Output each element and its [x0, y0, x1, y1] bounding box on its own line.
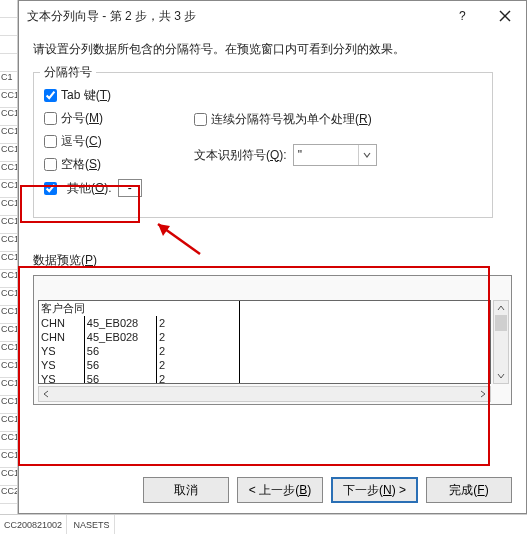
- preview-cell: 2: [157, 330, 239, 344]
- preview-cell: YS: [39, 344, 84, 358]
- delimiter-tab-row[interactable]: Tab 键(T): [44, 87, 482, 104]
- table-row: YS562: [39, 372, 239, 384]
- delimiters-right-column: 连续分隔符号视为单个处理(R) 文本识别符号(Q): ": [194, 105, 494, 166]
- titlebar: 文本分列向导 - 第 2 步，共 3 步 ?: [19, 1, 526, 31]
- delimiter-semicolon-label: 分号(M): [61, 110, 103, 127]
- preview-cell: YS: [39, 358, 84, 372]
- bg-cell: CC1: [0, 90, 17, 108]
- table-row: YS562: [39, 358, 239, 372]
- preview-cell: 2: [157, 316, 239, 330]
- bg-cell: CC2: [0, 486, 17, 504]
- bg-cell: CC1: [0, 378, 17, 396]
- delimiter-other-label: 其他(O):: [67, 180, 112, 197]
- consecutive-delimiters-checkbox[interactable]: [194, 113, 207, 126]
- delimiter-space-checkbox[interactable]: [44, 158, 57, 171]
- delimiter-semicolon-checkbox[interactable]: [44, 112, 57, 125]
- bg-cell: CC1: [0, 144, 17, 162]
- finish-button[interactable]: 完成(F): [426, 477, 512, 503]
- delimiter-tab-checkbox[interactable]: [44, 89, 57, 102]
- dialog-title: 文本分列向导 - 第 2 步，共 3 步: [27, 8, 442, 25]
- consecutive-delimiters-row[interactable]: 连续分隔符号视为单个处理(R): [194, 111, 494, 128]
- bg-cell: [0, 18, 17, 36]
- bg-cell: [0, 54, 17, 72]
- text-qualifier-value: ": [298, 148, 302, 162]
- preview-box: 客户合同CHN45_EB0282CHN45_EB0282YS562YS562YS…: [33, 275, 512, 405]
- preview-cell: CHN: [39, 330, 84, 344]
- text-qualifier-row: 文本识别符号(Q): ": [194, 144, 494, 166]
- preview-cell: 2: [157, 358, 239, 372]
- delimiter-other-checkbox[interactable]: [44, 182, 57, 195]
- bg-cell: CC1: [0, 468, 17, 486]
- delimiter-comma-checkbox[interactable]: [44, 135, 57, 148]
- bg-cell: CC1: [0, 270, 17, 288]
- background-bottom-row: CC200821002 NASETS: [0, 514, 527, 534]
- bg-cell: [0, 36, 17, 54]
- bg-cell: C1: [0, 72, 17, 90]
- bg-cell: CC1: [0, 252, 17, 270]
- bg-cell: CC1: [0, 432, 17, 450]
- dialog-footer: 取消 < 上一步(B) 下一步(N) > 完成(F): [143, 477, 512, 503]
- bg-cell: CC1: [0, 324, 17, 342]
- delimiter-tab-label: Tab 键(T): [61, 87, 111, 104]
- instruction-text: 请设置分列数据所包含的分隔符号。在预览窗口内可看到分列的效果。: [33, 41, 512, 58]
- table-row: CHN45_EB0282: [39, 330, 239, 344]
- preview-header-cell: 客户合同: [39, 301, 239, 316]
- preview-cell: 2: [157, 344, 239, 358]
- bg-cell: CC1: [0, 180, 17, 198]
- bg-cell: CC1: [0, 360, 17, 378]
- text-qualifier-label: 文本识别符号(Q):: [194, 147, 287, 164]
- help-button[interactable]: ?: [442, 1, 484, 31]
- preview-cell: 2: [157, 372, 239, 384]
- bg-cell: CC1: [0, 288, 17, 306]
- delimiters-legend: 分隔符号: [40, 64, 96, 81]
- delimiter-other-row: 其他(O):: [44, 179, 482, 197]
- delimiter-space-label: 空格(S): [61, 156, 101, 173]
- text-qualifier-combo[interactable]: ": [293, 144, 377, 166]
- bg-cell: CC1: [0, 414, 17, 432]
- bg-bottom-cell-2: NASETS: [70, 515, 115, 534]
- preview-cell: 56: [84, 344, 156, 358]
- bg-cell: CC1: [0, 216, 17, 234]
- close-button[interactable]: [484, 1, 526, 31]
- background-sheet: C1CC1CC1CC1CC1CC1CC1CC1CC1CC1CC1CC1CC1CC…: [0, 0, 18, 534]
- preview-cell: 45_EB028: [84, 316, 156, 330]
- scroll-thumb[interactable]: [495, 315, 507, 331]
- preview-grid: 客户合同CHN45_EB0282CHN45_EB0282YS562YS562YS…: [38, 300, 491, 384]
- bg-cell: CC1: [0, 126, 17, 144]
- svg-text:?: ?: [459, 10, 466, 22]
- next-button[interactable]: 下一步(N) >: [331, 477, 418, 503]
- bg-cell: [0, 0, 17, 18]
- preview-cell: YS: [39, 372, 84, 384]
- bg-cell: CC1: [0, 306, 17, 324]
- delimiters-fieldset: 分隔符号 Tab 键(T) 分号(M) 逗号(C) 空格(S) 其他(O):: [33, 72, 493, 218]
- scroll-down-icon[interactable]: [494, 369, 508, 383]
- bg-bottom-cell-1: CC200821002: [0, 515, 67, 534]
- bg-cell: CC1: [0, 162, 17, 180]
- preview-cell: 56: [84, 372, 156, 384]
- bg-cell: CC1: [0, 396, 17, 414]
- scroll-up-icon[interactable]: [494, 301, 508, 315]
- preview-vertical-scrollbar[interactable]: [493, 300, 509, 384]
- table-row: CHN45_EB0282: [39, 316, 239, 330]
- bg-cell: CC1: [0, 234, 17, 252]
- preview-cell: CHN: [39, 316, 84, 330]
- cancel-button[interactable]: 取消: [143, 477, 229, 503]
- scroll-right-icon[interactable]: [476, 387, 490, 401]
- preview-label: 数据预览(P): [33, 252, 512, 269]
- preview-cell: 45_EB028: [84, 330, 156, 344]
- wizard-dialog: 文本分列向导 - 第 2 步，共 3 步 ? 请设置分列数据所包含的分隔符号。在…: [18, 0, 527, 514]
- preview-cell: 56: [84, 358, 156, 372]
- consecutive-delimiters-label: 连续分隔符号视为单个处理(R): [211, 111, 372, 128]
- bg-cell: CC1: [0, 108, 17, 126]
- table-row: YS562: [39, 344, 239, 358]
- preview-horizontal-scrollbar[interactable]: [38, 386, 491, 402]
- chevron-down-icon: [358, 145, 376, 165]
- delimiter-other-input[interactable]: [118, 179, 142, 197]
- bg-cell: CC1: [0, 342, 17, 360]
- back-button[interactable]: < 上一步(B): [237, 477, 323, 503]
- delimiter-comma-label: 逗号(C): [61, 133, 102, 150]
- bg-cell: CC1: [0, 450, 17, 468]
- scroll-left-icon[interactable]: [39, 387, 53, 401]
- bg-cell: CC1: [0, 198, 17, 216]
